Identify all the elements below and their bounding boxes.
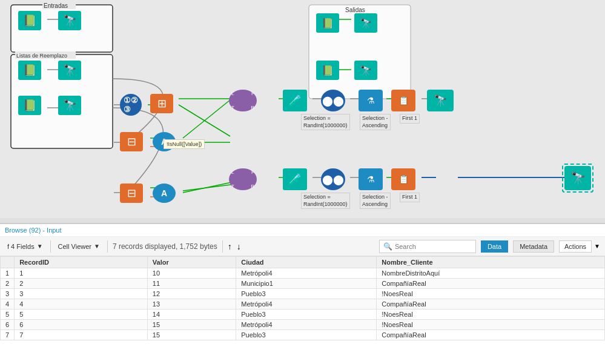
cell-recordid: 3	[15, 289, 148, 299]
cell-nombre: !NoesReal	[377, 289, 605, 299]
svg-line-14	[179, 105, 230, 136]
cell-nombre: CompañíaReal	[377, 299, 605, 309]
node-book-sal-2[interactable]: 📗	[316, 61, 339, 80]
svg-text:Listas de Reemplazo: Listas de Reemplazo	[16, 53, 67, 59]
table-row[interactable]: 2 2 11 Municipio1 CompañíaReal	[1, 279, 605, 289]
node-bino-3[interactable]: 🔭	[58, 96, 81, 115]
node-report-bot[interactable]: 📋	[391, 168, 415, 190]
node-lab-top[interactable]: 🧪	[283, 90, 307, 111]
node-blue-num[interactable]: ①②③	[120, 94, 142, 116]
cell-nombre: !NoesReal	[377, 320, 605, 330]
cell-recordid: 6	[15, 320, 148, 330]
records-info: 7 records displayed, 1,752 bytes	[113, 242, 217, 251]
first-label-2: First 1	[400, 193, 420, 202]
cell-nombre: NombreDistritoAquí	[377, 268, 605, 279]
cell-rd: 5	[1, 309, 15, 320]
sep-2	[107, 240, 108, 253]
col-header-recordid[interactable]: RecordID	[15, 257, 148, 268]
cell-valor: 13	[147, 299, 236, 309]
node-book-3[interactable]: 📗	[18, 96, 41, 115]
node-vial-bot[interactable]: ⚗	[359, 168, 383, 190]
node-bino-1[interactable]: 🔭	[58, 11, 81, 30]
actions-button[interactable]: Actions	[559, 240, 592, 253]
cell-ciudad: Metrópoli4	[236, 268, 377, 279]
table-row[interactable]: 1 1 10 Metrópoli4 NombreDistritoAquí	[1, 268, 605, 279]
node-report-top[interactable]: 📋	[391, 90, 415, 111]
cell-ciudad: Pueblo3	[236, 330, 377, 340]
col-header-nombre[interactable]: Nombre_Cliente	[377, 257, 605, 268]
node-vial-top[interactable]: ⚗	[359, 90, 383, 111]
cell-recordid: 7	[15, 330, 148, 340]
col-header-rd	[1, 257, 15, 268]
table-row[interactable]: 3 3 12 Pueblo3 !NoesReal	[1, 289, 605, 299]
cell-ciudad: Pueblo3	[236, 309, 377, 320]
node-purple-join-bot[interactable]: L T F R	[229, 168, 257, 190]
table-row[interactable]: 6 6 15 Metrópoli4 !NoesReal	[1, 320, 605, 330]
sort-desc-button[interactable]: ↓	[237, 242, 241, 251]
cell-recordid: 1	[15, 268, 148, 279]
node-blue-formula-bot[interactable]: A	[153, 184, 176, 203]
svg-text:Salidas: Salidas	[345, 7, 365, 13]
sep-1	[50, 240, 51, 253]
node-bino-bot-dashed[interactable]: 🔭	[562, 164, 593, 193]
first-label-1: First 1	[400, 114, 420, 124]
svg-line-27	[183, 100, 230, 138]
selection-label-3: Selection = RandInt(1000000)	[301, 193, 350, 209]
node-lab-bot[interactable]: 🧪	[283, 168, 307, 190]
cell-ciudad: Pueblo3	[236, 289, 377, 299]
search-box[interactable]: 🔍	[379, 240, 476, 253]
canvas-scrollbar[interactable]	[0, 218, 605, 223]
table-row[interactable]: 5 5 14 Pueblo3 !NoesReal	[1, 309, 605, 320]
metadata-tab[interactable]: Metadata	[513, 240, 554, 253]
cell-valor: 11	[147, 279, 236, 289]
filter-label: !IsNull([Value])	[164, 139, 205, 149]
svg-text:Entradas: Entradas	[44, 2, 68, 9]
cell-nombre: CompañíaReal	[377, 330, 605, 340]
cell-recordid: 2	[15, 279, 148, 289]
cell-valor: 14	[147, 309, 236, 320]
fields-selector[interactable]: f 4 Fields ▼	[5, 242, 45, 251]
cell-valor: 12	[147, 289, 236, 299]
node-bino-2[interactable]: 🔭	[58, 61, 81, 80]
viewer-selector[interactable]: Cell Viewer ▼	[56, 242, 102, 251]
node-orange-filter-bot[interactable]: ⊟	[120, 184, 143, 203]
node-book-2[interactable]: 📗	[18, 61, 41, 80]
svg-rect-1	[42, 2, 76, 9]
col-header-valor[interactable]: Valor	[147, 257, 236, 268]
cell-nombre: CompañíaReal	[377, 279, 605, 289]
node-orange-table[interactable]: ⊞	[150, 94, 173, 113]
actions-dropdown-icon: ▼	[594, 243, 600, 250]
selection-label-4: Selection - Ascending	[360, 193, 391, 209]
cell-nombre: !NoesReal	[377, 309, 605, 320]
svg-rect-4	[15, 51, 76, 59]
node-bino-top[interactable]: 🔭	[427, 90, 454, 111]
bottom-panel: Browse (92) - Input f 4 Fields ▼ Cell Vi…	[0, 224, 605, 364]
selection-label-1: Selection = RandInt(1000000)	[301, 114, 350, 130]
cell-rd: 2	[1, 279, 15, 289]
cell-ciudad: Municipio1	[236, 279, 377, 289]
cell-recordid: 5	[15, 309, 148, 320]
node-purple-join-top[interactable]: L T F R	[229, 90, 257, 111]
search-input[interactable]	[395, 243, 468, 250]
node-dark-circle-top[interactable]: ⬤⬤	[321, 90, 345, 111]
toolbar: f 4 Fields ▼ Cell Viewer ▼ 7 records dis…	[0, 237, 605, 256]
node-bino-sal-2[interactable]: 🔭	[354, 61, 377, 80]
data-tab[interactable]: Data	[481, 240, 508, 253]
node-orange-filter-mid[interactable]: ⊟	[120, 132, 143, 151]
browse-label: Browse (92) - Input	[0, 224, 605, 237]
cell-valor: 15	[147, 330, 236, 340]
node-book-sal-1[interactable]: 📗	[316, 13, 339, 33]
sep-3	[222, 240, 223, 253]
cell-rd: 7	[1, 330, 15, 340]
node-bino-sal-1[interactable]: 🔭	[354, 13, 377, 33]
node-book-1[interactable]: 📗	[18, 11, 41, 30]
viewer-dropdown-icon: ▼	[94, 243, 100, 250]
sort-asc-button[interactable]: ↑	[228, 242, 232, 251]
table-container[interactable]: RecordID Valor Ciudad Nombre_Cliente 1 1…	[0, 256, 605, 340]
table-row[interactable]: 4 4 13 Metrópoli4 CompañíaReal	[1, 299, 605, 309]
table-row[interactable]: 7 7 15 Pueblo3 CompañíaReal	[1, 330, 605, 340]
node-dark-circle-bot[interactable]: ⬤⬤	[321, 168, 345, 190]
col-header-ciudad[interactable]: Ciudad	[236, 257, 377, 268]
cell-rd: 1	[1, 268, 15, 279]
selection-label-2: Selection - Ascending	[360, 114, 391, 130]
